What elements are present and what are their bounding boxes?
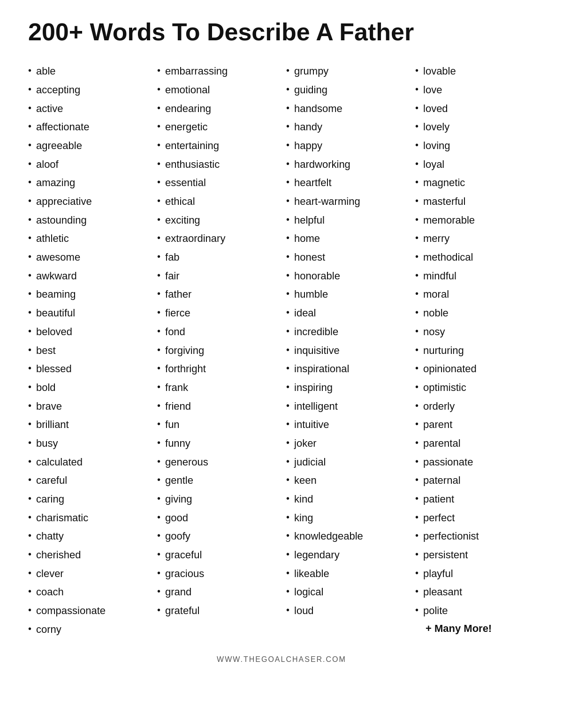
bullet-icon: •	[286, 492, 289, 505]
bullet-icon: •	[415, 176, 418, 188]
list-item: •masterful	[415, 195, 535, 209]
bullet-icon: •	[157, 511, 160, 524]
list-item: •enthusiastic	[157, 158, 277, 172]
word-text: playful	[423, 567, 453, 581]
list-item: •charismatic	[28, 511, 148, 525]
word-text: perfectionist	[423, 529, 479, 543]
word-text: heart-warming	[294, 195, 360, 209]
word-text: graceful	[165, 548, 202, 562]
word-text: home	[294, 232, 320, 246]
word-text: joker	[294, 436, 317, 450]
list-item: •pleasant	[415, 585, 535, 599]
bullet-icon: •	[415, 250, 418, 263]
bullet-icon: •	[286, 102, 289, 114]
bullet-icon: •	[415, 102, 418, 114]
word-text: pleasant	[423, 585, 462, 599]
list-item: •kind	[286, 492, 406, 506]
word-text: mindful	[423, 269, 456, 283]
list-item: •emotional	[157, 83, 277, 97]
word-text: grumpy	[294, 64, 328, 78]
word-text: emotional	[165, 83, 210, 97]
list-item: •merry	[415, 232, 535, 246]
list-item: •honest	[286, 250, 406, 264]
bullet-icon: •	[28, 492, 31, 505]
word-text: calculated	[36, 455, 83, 469]
list-item: •knowledgeable	[286, 529, 406, 543]
list-item: •gentle	[157, 473, 277, 488]
bullet-icon: •	[286, 567, 289, 579]
list-item: •nurturing	[415, 344, 535, 358]
word-text: awesome	[36, 250, 80, 264]
bullet-icon: •	[28, 585, 31, 598]
word-text: magnetic	[423, 176, 465, 190]
bullet-icon: •	[157, 381, 160, 393]
list-item: •amazing	[28, 176, 148, 190]
list-item: •inspirational	[286, 362, 406, 376]
list-item: •orderly	[415, 399, 535, 413]
bullet-icon: •	[157, 64, 160, 77]
list-item: •optimistic	[415, 381, 535, 395]
bullet-icon: •	[415, 139, 418, 151]
word-text: loved	[423, 102, 448, 116]
word-text: paternal	[423, 473, 461, 488]
bullet-icon: •	[28, 623, 31, 635]
word-text: active	[36, 102, 63, 116]
list-item: •handsome	[286, 102, 406, 116]
bullet-icon: •	[286, 344, 289, 356]
bullet-icon: •	[28, 232, 31, 244]
bullet-icon: •	[28, 306, 31, 319]
bullet-icon: •	[415, 567, 418, 579]
word-text: enthusiastic	[165, 158, 220, 172]
bullet-icon: •	[28, 362, 31, 375]
list-item: •chatty	[28, 529, 148, 543]
list-item: •fab	[157, 250, 277, 264]
list-item: •judicial	[286, 455, 406, 469]
bullet-icon: •	[286, 362, 289, 375]
bullet-icon: •	[157, 195, 160, 207]
word-text: essential	[165, 176, 206, 190]
bullet-icon: •	[415, 511, 418, 524]
word-text: intelligent	[294, 399, 338, 413]
word-text: exciting	[165, 213, 200, 227]
word-text: able	[36, 64, 56, 78]
word-text: parental	[423, 436, 461, 450]
bullet-icon: •	[28, 436, 31, 449]
bullet-icon: •	[28, 287, 31, 300]
word-text: frank	[165, 381, 188, 395]
list-item: •embarrassing	[157, 64, 277, 78]
bullet-icon: •	[157, 213, 160, 226]
word-text: inquisitive	[294, 344, 340, 358]
list-item: •parent	[415, 418, 535, 432]
word-text: brilliant	[36, 418, 69, 432]
list-item: •joker	[286, 436, 406, 450]
list-item: •methodical	[415, 250, 535, 264]
list-item: •brilliant	[28, 418, 148, 432]
word-text: forgiving	[165, 344, 204, 358]
bullet-icon: •	[28, 64, 31, 77]
list-item: •legendary	[286, 548, 406, 562]
list-item: •passionate	[415, 455, 535, 469]
bullet-icon: •	[286, 195, 289, 207]
bullet-icon: •	[415, 287, 418, 300]
list-item: •calculated	[28, 455, 148, 469]
word-text: keen	[294, 473, 317, 488]
bullet-icon: •	[28, 120, 31, 133]
list-item: •caring	[28, 492, 148, 506]
list-item: •paternal	[415, 473, 535, 488]
list-item: •giving	[157, 492, 277, 506]
word-text: ethical	[165, 195, 195, 209]
word-text: coach	[36, 585, 64, 599]
bullet-icon: •	[415, 120, 418, 133]
word-text: aloof	[36, 158, 59, 172]
list-item: •perfect	[415, 511, 535, 525]
list-item: •happy	[286, 139, 406, 153]
bullet-icon: •	[415, 213, 418, 226]
word-text: methodical	[423, 250, 473, 264]
list-item: •loyal	[415, 158, 535, 172]
word-text: accepting	[36, 83, 80, 97]
bullet-icon: •	[157, 567, 160, 579]
bullet-icon: •	[157, 269, 160, 282]
word-text: bold	[36, 381, 56, 395]
list-item: •moral	[415, 287, 535, 301]
word-text: chatty	[36, 529, 64, 543]
